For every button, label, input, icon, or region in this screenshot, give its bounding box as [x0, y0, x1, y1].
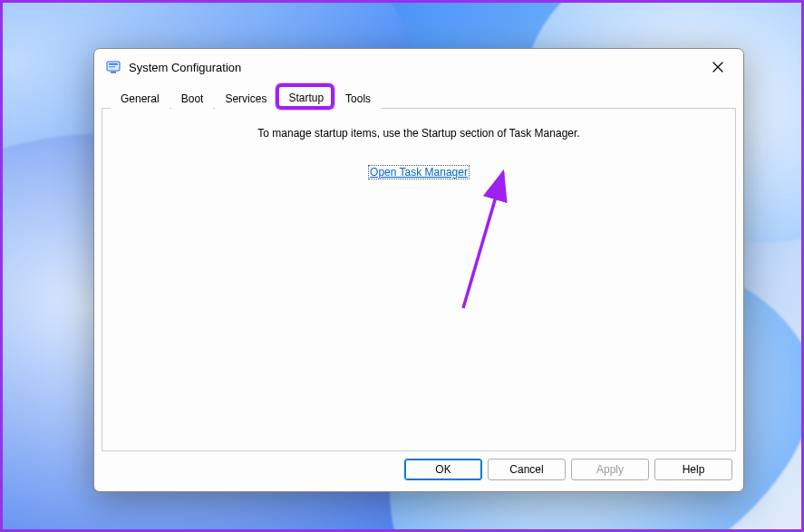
svg-rect-3 [111, 72, 116, 73]
open-task-manager-link[interactable]: Open Task Manager [368, 165, 470, 179]
cancel-button[interactable]: Cancel [488, 459, 566, 480]
tab-general[interactable]: General [111, 87, 170, 109]
titlebar: System Configuration [94, 49, 743, 85]
close-icon [712, 62, 723, 73]
tab-tools[interactable]: Tools [335, 87, 381, 109]
help-button[interactable]: Help [654, 459, 732, 480]
svg-line-7 [463, 172, 503, 308]
msconfig-icon [105, 59, 121, 75]
svg-rect-1 [109, 63, 118, 65]
tab-bar: General Boot Services Startup Tools [102, 85, 736, 109]
startup-tab-content: To manage startup items, use the Startup… [102, 109, 736, 451]
ok-button[interactable]: OK [404, 459, 482, 480]
annotation-arrow-icon [411, 163, 519, 317]
window-title: System Configuration [129, 61, 241, 74]
system-configuration-window: System Configuration General Boot Servic… [93, 48, 744, 492]
startup-instruction-text: To manage startup items, use the Startup… [257, 127, 579, 140]
svg-rect-2 [109, 66, 115, 68]
tab-boot[interactable]: Boot [171, 87, 214, 109]
tab-services[interactable]: Services [215, 87, 276, 109]
tab-startup[interactable]: Startup [278, 86, 334, 109]
close-button[interactable] [698, 53, 738, 81]
apply-button: Apply [571, 459, 649, 480]
dialog-button-row: OK Cancel Apply Help [94, 459, 743, 491]
